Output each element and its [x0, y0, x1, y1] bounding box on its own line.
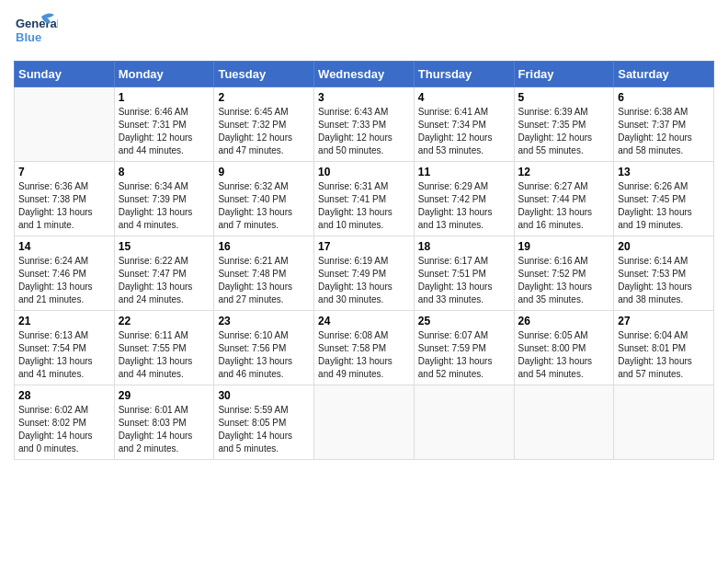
- day-number: 4: [418, 91, 510, 104]
- calendar-day-cell: 14Sunrise: 6:24 AM Sunset: 7:46 PM Dayli…: [15, 236, 115, 311]
- day-number: 21: [18, 315, 110, 327]
- day-info: Sunrise: 6:39 AM Sunset: 7:35 PM Dayligh…: [518, 106, 610, 157]
- calendar-day-cell: 12Sunrise: 6:27 AM Sunset: 7:44 PM Dayli…: [514, 162, 614, 236]
- day-number: 2: [218, 91, 310, 104]
- calendar-day-cell: 26Sunrise: 6:05 AM Sunset: 8:00 PM Dayli…: [514, 311, 614, 385]
- calendar-week-row: 1Sunrise: 6:46 AM Sunset: 7:31 PM Daylig…: [15, 87, 714, 162]
- day-info: Sunrise: 6:43 AM Sunset: 7:33 PM Dayligh…: [318, 106, 410, 157]
- calendar-day-cell: 16Sunrise: 6:21 AM Sunset: 7:48 PM Dayli…: [214, 236, 314, 311]
- calendar-day-cell: 27Sunrise: 6:04 AM Sunset: 8:01 PM Dayli…: [614, 311, 714, 385]
- day-number: 19: [518, 240, 610, 253]
- calendar-day-cell: 3Sunrise: 6:43 AM Sunset: 7:33 PM Daylig…: [314, 87, 415, 162]
- calendar-day-cell: 17Sunrise: 6:19 AM Sunset: 7:49 PM Dayli…: [314, 236, 415, 311]
- calendar-week-row: 7Sunrise: 6:36 AM Sunset: 7:38 PM Daylig…: [15, 162, 714, 236]
- calendar-header-row: SundayMondayTuesdayWednesdayThursdayFrid…: [15, 62, 714, 87]
- calendar-day-cell: 5Sunrise: 6:39 AM Sunset: 7:35 PM Daylig…: [514, 87, 614, 162]
- day-number: 23: [218, 315, 310, 327]
- day-info: Sunrise: 6:14 AM Sunset: 7:53 PM Dayligh…: [618, 255, 710, 306]
- day-of-week-header: Monday: [114, 62, 214, 87]
- day-of-week-header: Saturday: [614, 62, 714, 87]
- calendar-day-cell: 20Sunrise: 6:14 AM Sunset: 7:53 PM Dayli…: [614, 236, 714, 311]
- calendar-day-cell: 10Sunrise: 6:31 AM Sunset: 7:41 PM Dayli…: [314, 162, 415, 236]
- day-info: Sunrise: 6:21 AM Sunset: 7:48 PM Dayligh…: [218, 255, 310, 306]
- day-number: 1: [119, 91, 210, 104]
- calendar-week-row: 21Sunrise: 6:13 AM Sunset: 7:54 PM Dayli…: [15, 311, 714, 385]
- day-of-week-header: Sunday: [15, 62, 115, 87]
- day-info: Sunrise: 6:07 AM Sunset: 7:59 PM Dayligh…: [418, 329, 510, 381]
- day-number: 20: [618, 240, 710, 253]
- calendar-week-row: 14Sunrise: 6:24 AM Sunset: 7:46 PM Dayli…: [15, 236, 714, 311]
- calendar-day-cell: 13Sunrise: 6:26 AM Sunset: 7:45 PM Dayli…: [614, 162, 714, 236]
- day-info: Sunrise: 6:10 AM Sunset: 7:56 PM Dayligh…: [218, 329, 310, 381]
- day-info: Sunrise: 6:41 AM Sunset: 7:34 PM Dayligh…: [418, 106, 510, 157]
- day-number: 16: [218, 240, 310, 253]
- day-info: Sunrise: 6:01 AM Sunset: 8:03 PM Dayligh…: [119, 404, 210, 455]
- day-info: Sunrise: 6:32 AM Sunset: 7:40 PM Dayligh…: [218, 180, 310, 232]
- calendar-table: SundayMondayTuesdayWednesdayThursdayFrid…: [14, 61, 714, 460]
- day-info: Sunrise: 6:17 AM Sunset: 7:51 PM Dayligh…: [418, 255, 510, 306]
- calendar-day-cell: 7Sunrise: 6:36 AM Sunset: 7:38 PM Daylig…: [15, 162, 115, 236]
- day-number: 8: [119, 166, 210, 178]
- calendar-day-cell: 30Sunrise: 5:59 AM Sunset: 8:05 PM Dayli…: [214, 385, 314, 460]
- calendar-day-cell: [15, 87, 115, 162]
- logo-icon: General Blue: [14, 9, 58, 53]
- day-info: Sunrise: 6:31 AM Sunset: 7:41 PM Dayligh…: [318, 180, 410, 232]
- day-info: Sunrise: 6:24 AM Sunset: 7:46 PM Dayligh…: [18, 255, 110, 306]
- day-of-week-header: Tuesday: [214, 62, 314, 87]
- calendar-day-cell: 18Sunrise: 6:17 AM Sunset: 7:51 PM Dayli…: [414, 236, 514, 311]
- day-number: 12: [518, 166, 610, 178]
- logo: General Blue: [14, 9, 58, 53]
- day-info: Sunrise: 6:04 AM Sunset: 8:01 PM Dayligh…: [618, 329, 710, 381]
- calendar-day-cell: [314, 385, 415, 460]
- day-info: Sunrise: 6:11 AM Sunset: 7:55 PM Dayligh…: [119, 329, 210, 381]
- day-of-week-header: Thursday: [414, 62, 514, 87]
- calendar-day-cell: 22Sunrise: 6:11 AM Sunset: 7:55 PM Dayli…: [114, 311, 214, 385]
- calendar-day-cell: 8Sunrise: 6:34 AM Sunset: 7:39 PM Daylig…: [114, 162, 214, 236]
- day-number: 28: [18, 389, 110, 402]
- day-info: Sunrise: 6:38 AM Sunset: 7:37 PM Dayligh…: [618, 106, 710, 157]
- calendar-day-cell: 1Sunrise: 6:46 AM Sunset: 7:31 PM Daylig…: [114, 87, 214, 162]
- calendar-day-cell: 9Sunrise: 6:32 AM Sunset: 7:40 PM Daylig…: [214, 162, 314, 236]
- calendar-day-cell: 29Sunrise: 6:01 AM Sunset: 8:03 PM Dayli…: [114, 385, 214, 460]
- day-number: 14: [18, 240, 110, 253]
- day-number: 17: [318, 240, 410, 253]
- day-of-week-header: Wednesday: [314, 62, 415, 87]
- day-number: 9: [218, 166, 310, 178]
- day-info: Sunrise: 6:36 AM Sunset: 7:38 PM Dayligh…: [18, 180, 110, 232]
- day-number: 13: [618, 166, 710, 178]
- day-number: 18: [418, 240, 510, 253]
- day-number: 24: [318, 315, 410, 327]
- calendar-day-cell: [414, 385, 514, 460]
- day-info: Sunrise: 5:59 AM Sunset: 8:05 PM Dayligh…: [218, 404, 310, 455]
- calendar-day-cell: 15Sunrise: 6:22 AM Sunset: 7:47 PM Dayli…: [114, 236, 214, 311]
- day-info: Sunrise: 6:02 AM Sunset: 8:02 PM Dayligh…: [18, 404, 110, 455]
- calendar-day-cell: 21Sunrise: 6:13 AM Sunset: 7:54 PM Dayli…: [15, 311, 115, 385]
- day-info: Sunrise: 6:34 AM Sunset: 7:39 PM Dayligh…: [119, 180, 210, 232]
- day-info: Sunrise: 6:27 AM Sunset: 7:44 PM Dayligh…: [518, 180, 610, 232]
- day-number: 11: [418, 166, 510, 178]
- calendar-week-row: 28Sunrise: 6:02 AM Sunset: 8:02 PM Dayli…: [15, 385, 714, 460]
- day-number: 3: [318, 91, 410, 104]
- calendar-day-cell: 4Sunrise: 6:41 AM Sunset: 7:34 PM Daylig…: [414, 87, 514, 162]
- page-header: General Blue: [14, 9, 714, 53]
- day-of-week-header: Friday: [514, 62, 614, 87]
- day-info: Sunrise: 6:05 AM Sunset: 8:00 PM Dayligh…: [518, 329, 610, 381]
- calendar-day-cell: 11Sunrise: 6:29 AM Sunset: 7:42 PM Dayli…: [414, 162, 514, 236]
- day-number: 7: [18, 166, 110, 178]
- day-info: Sunrise: 6:19 AM Sunset: 7:49 PM Dayligh…: [318, 255, 410, 306]
- day-number: 10: [318, 166, 410, 178]
- day-number: 25: [418, 315, 510, 327]
- day-info: Sunrise: 6:26 AM Sunset: 7:45 PM Dayligh…: [618, 180, 710, 232]
- calendar-day-cell: 28Sunrise: 6:02 AM Sunset: 8:02 PM Dayli…: [15, 385, 115, 460]
- calendar-day-cell: [614, 385, 714, 460]
- day-info: Sunrise: 6:16 AM Sunset: 7:52 PM Dayligh…: [518, 255, 610, 306]
- day-number: 26: [518, 315, 610, 327]
- calendar-day-cell: [514, 385, 614, 460]
- calendar-day-cell: 23Sunrise: 6:10 AM Sunset: 7:56 PM Dayli…: [214, 311, 314, 385]
- calendar-day-cell: 24Sunrise: 6:08 AM Sunset: 7:58 PM Dayli…: [314, 311, 415, 385]
- day-info: Sunrise: 6:46 AM Sunset: 7:31 PM Dayligh…: [119, 106, 210, 157]
- svg-text:Blue: Blue: [16, 30, 41, 44]
- day-number: 22: [119, 315, 210, 327]
- day-info: Sunrise: 6:13 AM Sunset: 7:54 PM Dayligh…: [18, 329, 110, 381]
- day-number: 29: [119, 389, 210, 402]
